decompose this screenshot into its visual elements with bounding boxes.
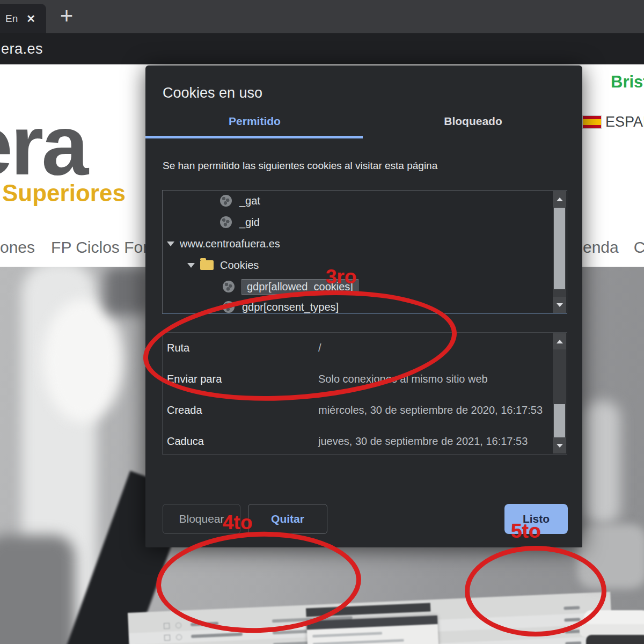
photo-blur-shape — [105, 267, 150, 315]
dialog-description: Se han permitido las siguientes cookies … — [163, 160, 437, 172]
details-scrollbar[interactable] — [553, 333, 566, 453]
language-selector[interactable]: ESPAÑ — [583, 114, 644, 130]
photo-blur-shape — [577, 524, 644, 589]
photo-blur-shape — [43, 299, 123, 422]
new-tab-button[interactable]: + — [55, 4, 78, 28]
language-label: ESPAÑ — [605, 114, 644, 130]
screenshot-root: En ✕ + era.es era Superiores onesFP Cicl… — [0, 0, 644, 644]
scroll-up-button[interactable] — [553, 191, 566, 207]
coffee-cup — [586, 635, 644, 644]
cookie-tree: _gat _gid www.centroafuera.es Cookies — [162, 190, 567, 314]
tree-item-label: www.centroafuera.es — [180, 238, 280, 250]
bloquear-button[interactable]: Bloquear — [163, 504, 240, 534]
tree-item-label: _gid — [239, 216, 260, 229]
detail-label: Creada — [163, 404, 318, 416]
tree-item-label: Cookies — [220, 259, 259, 272]
address-bar-url[interactable]: era.es — [1, 41, 43, 57]
site-nav-left: onesFP Ciclos Format — [0, 238, 145, 257]
site-logo-subtitle: Superiores — [2, 180, 126, 207]
expander-icon[interactable] — [167, 241, 174, 246]
tab-close-icon[interactable]: ✕ — [26, 12, 35, 25]
active-tab-underline — [145, 136, 363, 138]
detail-label: Ruta — [163, 342, 318, 354]
nav-item[interactable]: Co — [634, 238, 644, 256]
listo-button[interactable]: Listo — [504, 504, 568, 534]
detail-value: / — [318, 342, 321, 354]
photo-blur-shape — [0, 535, 75, 644]
nav-item[interactable]: enda — [583, 238, 619, 256]
dialog-title: Cookies en uso — [163, 85, 262, 101]
site-logo: era — [0, 97, 86, 194]
expander-icon[interactable] — [187, 263, 195, 268]
scroll-down-button[interactable] — [553, 437, 566, 453]
tab-bloqueado[interactable]: Bloqueado — [364, 115, 582, 128]
email-compose-window — [306, 616, 441, 644]
tree-item-label-selected: gdpr[allowed_cookies] — [242, 280, 358, 294]
tab-permitido[interactable]: Permitido — [145, 115, 364, 128]
tree-item-domain[interactable]: www.centroafuera.es — [163, 233, 571, 254]
quitar-button[interactable]: Quitar — [248, 504, 327, 534]
tree-scrollbar[interactable] — [553, 191, 566, 313]
tab-title: En — [5, 13, 18, 25]
browser-toolbar: era.es — [0, 33, 644, 64]
scroll-up-button[interactable] — [553, 333, 566, 349]
detail-value: Solo conexiones al mismo sitio web — [318, 373, 488, 385]
tree-item-cookies-folder[interactable]: Cookies — [163, 255, 591, 275]
cookie-details: Ruta / Enviar para Solo conexiones al mi… — [162, 332, 567, 455]
detail-value: jueves, 30 de septiembre de 2021, 16:17:… — [318, 435, 528, 448]
spain-flag-icon — [583, 116, 601, 128]
cookie-icon — [223, 301, 235, 313]
cookie-icon — [220, 195, 232, 207]
photo-blur-shape — [583, 401, 620, 524]
folder-icon — [200, 260, 214, 270]
detail-label: Enviar para — [163, 373, 318, 385]
nav-item[interactable]: ones — [0, 238, 35, 256]
cookie-icon — [223, 281, 235, 292]
laptop-screen-email-client — [128, 592, 615, 644]
nav-item[interactable]: FP Ciclos Format — [51, 238, 145, 256]
scroll-down-button[interactable] — [553, 297, 566, 313]
tree-item-label: _gat — [239, 195, 260, 207]
scrollbar-thumb[interactable] — [554, 208, 565, 289]
brand-text: Brist — [611, 72, 644, 92]
scrollbar-thumb[interactable] — [554, 404, 565, 437]
tree-item-label: gdpr[consent_types] — [242, 301, 339, 313]
site-nav-right: endaCo — [583, 238, 644, 257]
detail-value: miércoles, 30 de septiembre de 2020, 16:… — [318, 404, 543, 416]
cookies-dialog: Cookies en uso Permitido Bloqueado Se ha… — [145, 65, 582, 547]
browser-tab[interactable]: En ✕ — [0, 4, 46, 33]
cookie-icon — [220, 216, 232, 228]
detail-label: Caduca — [163, 435, 318, 448]
page-content: era Superiores onesFP Ciclos Format Bris… — [0, 64, 644, 644]
browser-tab-strip: En ✕ + — [0, 0, 644, 33]
